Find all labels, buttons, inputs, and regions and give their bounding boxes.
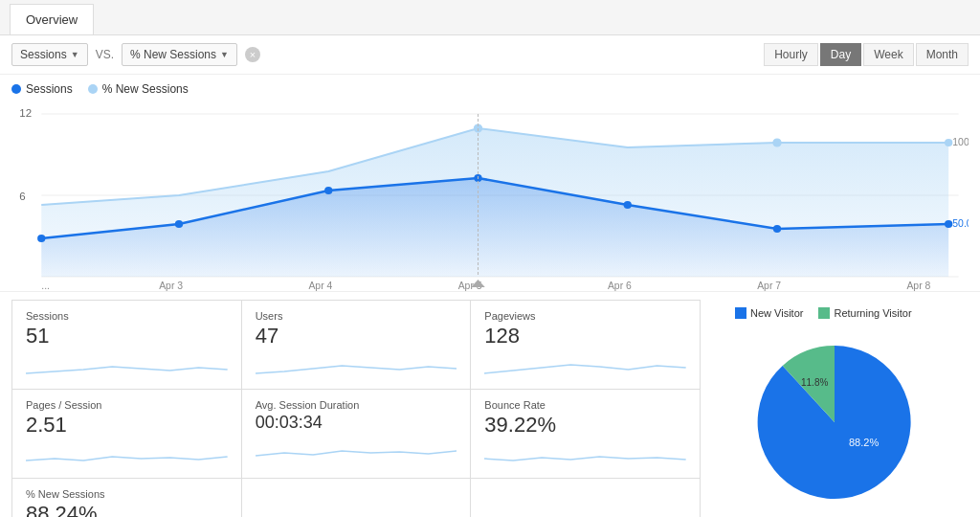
bottom-section: Sessions 51 Users 47 Pageviews — [0, 292, 980, 517]
metric1-dropdown[interactable]: Sessions ▼ — [11, 43, 88, 66]
pages-session-metric: Pages / Session 2.51 — [12, 390, 242, 478]
new-sessions-metric-label: % New Sessions — [26, 488, 228, 500]
pageviews-sparkline — [484, 352, 686, 379]
sessions-point — [773, 225, 781, 233]
month-button[interactable]: Month — [916, 43, 969, 66]
new-sessions-legend: % New Sessions — [88, 82, 189, 96]
new-sessions-metric-value: 88.24% — [26, 502, 228, 517]
bounce-rate-label: Bounce Rate — [484, 399, 686, 411]
svg-text:Apr 6: Apr 6 — [608, 281, 632, 291]
returning-visitor-pct-label: 11.8% — [801, 377, 828, 388]
new-sessions-metric: % New Sessions 88.24% — [12, 479, 242, 517]
avg-session-label: Avg. Session Duration — [256, 399, 457, 411]
chart-legend: Sessions % New Sessions — [11, 82, 969, 96]
sessions-legend-label: Sessions — [26, 82, 73, 96]
new-sessions-legend-dot — [88, 84, 98, 94]
pages-session-sparkline — [26, 441, 228, 468]
metrics-grid: Sessions 51 Users 47 Pageviews — [11, 300, 701, 517]
vs-label: VS. — [96, 48, 114, 61]
svg-text:Apr 3: Apr 3 — [159, 281, 183, 291]
svg-text:Apr 7: Apr 7 — [757, 281, 781, 291]
sessions-point — [324, 187, 332, 194]
avg-session-value: 00:03:34 — [256, 413, 457, 433]
pageviews-metric: Pageviews 128 — [471, 301, 700, 389]
toolbar: Sessions ▼ VS. % New Sessions ▼ × Hourly… — [0, 35, 980, 75]
chart-svg: 12 6 ... Apr 3 Apr 4 Apr 5 Apr 6 Apr 7 A… — [11, 100, 969, 291]
svg-text:6: 6 — [19, 191, 25, 202]
remove-metric-button[interactable]: × — [245, 47, 260, 62]
sessions-metric-label: Sessions — [26, 310, 228, 322]
sessions-legend: Sessions — [11, 82, 73, 96]
pages-session-label: Pages / Session — [26, 399, 228, 411]
new-sessions-legend-label: % New Sessions — [102, 82, 189, 96]
new-sessions-end-point — [945, 139, 952, 146]
sessions-metric: Sessions 51 — [12, 301, 242, 389]
bounce-rate-metric: Bounce Rate 39.22% — [471, 390, 700, 478]
new-visitor-label: New Visitor — [750, 307, 803, 319]
sessions-point — [624, 201, 632, 209]
sessions-metric-value: 51 — [26, 324, 228, 348]
svg-text:Apr 4: Apr 4 — [308, 281, 332, 291]
svg-text:...: ... — [41, 281, 50, 291]
new-sessions-point — [773, 139, 781, 146]
day-button[interactable]: Day — [820, 43, 861, 66]
empty-metric-2 — [471, 479, 700, 517]
users-metric-value: 47 — [256, 324, 457, 348]
metrics-row-3: % New Sessions 88.24% — [12, 479, 700, 517]
svg-text:100.00%: 100.00% — [952, 137, 969, 147]
pages-session-value: 2.51 — [26, 413, 228, 438]
returning-visitor-dot — [818, 307, 830, 319]
sessions-point — [175, 220, 183, 228]
metric1-arrow-icon: ▼ — [71, 50, 79, 59]
sessions-point — [37, 235, 45, 242]
hourly-button[interactable]: Hourly — [764, 43, 818, 66]
pageviews-metric-value: 128 — [484, 324, 686, 348]
empty-metric-1 — [242, 479, 472, 517]
pie-section: New Visitor Returning Visitor — [701, 300, 969, 517]
line-chart: 12 6 ... Apr 3 Apr 4 Apr 5 Apr 6 Apr 7 A… — [11, 100, 969, 291]
metric2-label: % New Sessions — [130, 48, 216, 61]
users-metric-label: Users — [256, 310, 457, 322]
svg-text:Apr 8: Apr 8 — [906, 281, 930, 291]
new-visitor-dot — [735, 307, 746, 319]
bounce-rate-sparkline — [484, 441, 686, 468]
new-visitor-legend: New Visitor — [735, 307, 803, 319]
time-controls: Hourly Day Week Month — [764, 43, 969, 66]
new-visitor-pct-label: 88.2% — [849, 437, 879, 448]
metrics-row-2: Pages / Session 2.51 Avg. Session Durati… — [12, 390, 700, 479]
svg-text:50.00%: 50.00% — [952, 218, 969, 229]
returning-visitor-label: Returning Visitor — [834, 307, 911, 319]
avg-session-metric: Avg. Session Duration 00:03:34 — [242, 390, 472, 478]
bounce-rate-value: 39.22% — [484, 413, 686, 438]
svg-text:12: 12 — [19, 107, 32, 119]
overview-tab[interactable]: Overview — [10, 4, 94, 34]
sessions-sparkline — [26, 352, 228, 379]
returning-visitor-legend: Returning Visitor — [818, 307, 911, 319]
metric2-arrow-icon: ▼ — [220, 50, 229, 59]
avg-session-sparkline — [256, 437, 457, 463]
pie-chart-svg: 88.2% 11.8% — [739, 326, 930, 517]
sessions-legend-dot — [11, 84, 21, 94]
pie-chart-wrap: 88.2% 11.8% — [716, 326, 953, 517]
pie-legend: New Visitor Returning Visitor — [716, 307, 953, 319]
week-button[interactable]: Week — [863, 43, 913, 66]
chart-area: Sessions % New Sessions 12 6 ... Apr 3 A… — [0, 75, 980, 292]
metrics-row-1: Sessions 51 Users 47 Pageviews — [12, 301, 700, 390]
metric2-dropdown[interactable]: % New Sessions ▼ — [122, 43, 237, 66]
pageviews-metric-label: Pageviews — [484, 310, 686, 322]
users-sparkline — [256, 352, 457, 379]
sessions-point — [945, 220, 952, 228]
metric1-label: Sessions — [20, 48, 67, 61]
users-metric: Users 47 — [242, 301, 472, 389]
